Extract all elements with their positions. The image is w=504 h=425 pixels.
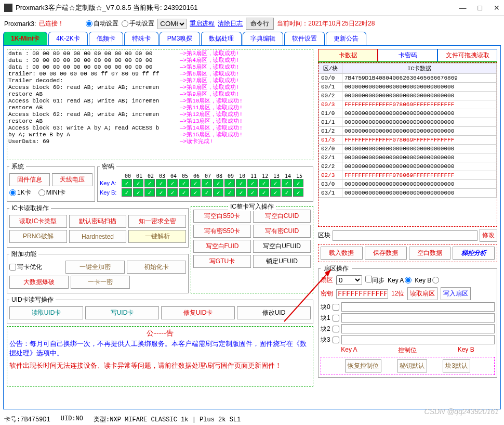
write-key-cuid-button[interactable]: 写有密CUID: [253, 225, 311, 238]
tab-4[interactable]: PM3嗅探: [160, 32, 201, 45]
tab-7[interactable]: 软件设置: [284, 32, 325, 45]
port-select[interactable]: COM6: [157, 19, 187, 29]
blk-input-3[interactable]: [341, 335, 495, 344]
key-check[interactable]: ✓: [122, 188, 132, 197]
key-check[interactable]: ✓: [213, 179, 223, 187]
key-input[interactable]: [336, 289, 388, 299]
default-pwd-scan-button[interactable]: 默认密码扫描: [69, 215, 127, 228]
table-row[interactable]: 00/100000000000000000000000000000000: [319, 83, 497, 92]
key-check[interactable]: ✓: [122, 179, 132, 187]
key-check[interactable]: ✓: [224, 179, 235, 187]
table-row[interactable]: 00/200000000000000000000000000000000: [319, 92, 497, 100]
sector-select[interactable]: 0: [336, 275, 362, 285]
one-card-one-key-button[interactable]: 一卡一密: [71, 276, 130, 289]
write-blank-ufuid-button[interactable]: 写空白UFUID: [253, 240, 311, 253]
lock-ufuid-button[interactable]: 锁定UFUID: [253, 255, 311, 268]
key-check[interactable]: ✓: [282, 188, 292, 197]
table-row[interactable]: 03/100000000000000000000000000000000: [319, 189, 497, 198]
sector-keyb-radio[interactable]: Key B: [415, 277, 439, 284]
key-check[interactable]: ✓: [179, 188, 189, 197]
key-check[interactable]: ✓: [236, 179, 246, 187]
key-check[interactable]: ✓: [259, 188, 269, 197]
table-row[interactable]: 00/3FFFFFFFFFFFFFF078069FFFFFFFFFFFF: [319, 100, 497, 109]
key-check[interactable]: ✓: [156, 188, 166, 197]
antenna-volt-button[interactable]: 天线电压: [52, 173, 92, 186]
know-one-key-button[interactable]: 知一密求全密: [128, 215, 186, 228]
table-row[interactable]: 02/200000000000000000000000000000000: [319, 162, 497, 171]
mini-card-radio[interactable]: MINI卡: [38, 188, 65, 197]
table-row[interactable]: 00/07B4759D1B408040062636465666676869: [319, 74, 497, 83]
close-button[interactable]: ✕: [494, 4, 500, 12]
read-ic-type-button[interactable]: 读取IC卡类型: [9, 215, 67, 228]
key-check[interactable]: ✓: [270, 179, 281, 187]
write-sector-button[interactable]: 写入扇区: [441, 287, 471, 300]
key-check[interactable]: ✓: [179, 179, 189, 187]
sync-check[interactable]: 同步: [365, 276, 384, 285]
1k-card-radio[interactable]: 1K卡: [9, 188, 31, 197]
bigdata-crack-button[interactable]: 大数据爆破: [9, 276, 69, 289]
table-row[interactable]: 03/000000000000000000000000000000000: [319, 180, 497, 189]
key-check[interactable]: ✓: [247, 188, 258, 197]
sector-keya-radio[interactable]: Key A: [388, 277, 412, 284]
blk-input-1[interactable]: [341, 313, 495, 323]
block-edit-input[interactable]: [333, 230, 478, 241]
key-check[interactable]: ✓: [247, 179, 258, 187]
key-check[interactable]: ✓: [133, 179, 143, 187]
table-row[interactable]: 01/200000000000000000000000000000000: [319, 127, 497, 136]
manual-config-radio[interactable]: 手动设置: [122, 19, 154, 28]
one-key-parse-button[interactable]: 一键解析: [128, 230, 186, 243]
key-check[interactable]: ✓: [190, 179, 201, 187]
table-row[interactable]: 01/100000000000000000000000000000000: [319, 118, 497, 127]
write-optimize-check[interactable]: 写卡优化: [9, 261, 63, 274]
hardnested-button[interactable]: Hardnested: [69, 230, 127, 243]
default-blk3-button[interactable]: 块3默认: [443, 359, 470, 372]
maximize-button[interactable]: □: [478, 4, 482, 12]
elevator-analyze-button[interactable]: 梯控分析: [453, 247, 495, 260]
card-pwd-tab[interactable]: 卡密码: [378, 49, 437, 61]
file-drag-tab[interactable]: 文件可拖拽读取: [437, 49, 497, 61]
write-uid-button[interactable]: 写UID卡: [85, 306, 159, 319]
table-row[interactable]: 01/000000000000000000000000000000000: [319, 109, 497, 118]
tab-3[interactable]: 特殊卡: [124, 32, 158, 45]
auto-config-radio[interactable]: 自动设置: [86, 19, 118, 28]
restart-link[interactable]: 重启进程: [190, 19, 215, 28]
key-check[interactable]: ✓: [293, 188, 303, 197]
prng-crack-button[interactable]: PRNG破解: [9, 230, 67, 243]
key-check[interactable]: ✓: [167, 179, 178, 187]
repair-uid-button[interactable]: 修复UID卡: [161, 306, 235, 319]
blk-check-2[interactable]: [333, 326, 339, 332]
minimize-button[interactable]: —: [459, 4, 467, 12]
key-check[interactable]: ✓: [133, 188, 143, 197]
key-check[interactable]: ✓: [144, 188, 155, 197]
key-check[interactable]: ✓: [282, 179, 292, 187]
restore-ctrl-button[interactable]: 恢复控制位: [345, 359, 381, 372]
read-sector-button[interactable]: 读取扇区: [407, 287, 437, 300]
key-check[interactable]: ✓: [190, 188, 201, 197]
key-check[interactable]: ✓: [224, 188, 235, 197]
key-check[interactable]: ✓: [213, 188, 223, 197]
tab-1[interactable]: 4K-2K卡: [48, 32, 87, 45]
key-check[interactable]: ✓: [144, 179, 155, 187]
table-row[interactable]: 02/100000000000000000000000000000000: [319, 153, 497, 162]
firmware-info-button[interactable]: 固件信息: [9, 173, 50, 186]
key-check[interactable]: ✓: [167, 188, 178, 197]
cmdline-button[interactable]: 命令行: [246, 18, 274, 30]
key-check[interactable]: ✓: [293, 179, 303, 187]
key-check[interactable]: ✓: [202, 188, 212, 197]
write-gtu-button[interactable]: 写GTU卡: [193, 255, 251, 268]
tab-6[interactable]: 字典编辑: [243, 32, 283, 45]
key-check[interactable]: ✓: [270, 188, 281, 197]
tab-8[interactable]: 更新公告: [326, 32, 366, 45]
key-check[interactable]: ✓: [259, 179, 269, 187]
default-key-button[interactable]: 秘钥默认: [397, 359, 427, 372]
load-data-button[interactable]: 载入数据: [321, 247, 363, 260]
init-card-button[interactable]: 初始化卡: [127, 261, 186, 274]
card-data-tab[interactable]: 卡数据: [318, 49, 378, 61]
blk-input-0[interactable]: [341, 302, 495, 312]
tab-5[interactable]: 数据处理: [201, 32, 242, 45]
write-blank-s50-button[interactable]: 写空白S50卡: [193, 210, 251, 223]
key-check[interactable]: ✓: [202, 179, 212, 187]
key-check[interactable]: ✓: [156, 179, 166, 187]
blk-check-1[interactable]: [333, 315, 339, 321]
encrypt-all-button[interactable]: 一键全加密: [65, 261, 125, 274]
